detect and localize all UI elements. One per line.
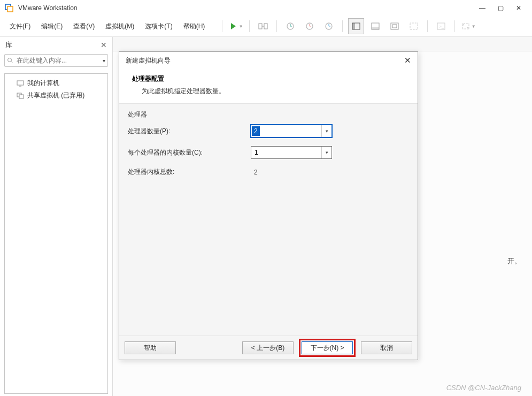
- titlebar: VMware Workstation — ▢ ✕: [0, 0, 532, 16]
- svg-rect-18: [372, 27, 379, 29]
- snapshot-button[interactable]: [255, 18, 271, 34]
- dropdown-icon: ▼: [239, 24, 243, 29]
- watermark: CSDN @CN-JackZhang: [446, 384, 521, 392]
- clock-icon-1[interactable]: [282, 18, 298, 34]
- total-cores-label: 处理器内核总数:: [128, 167, 251, 177]
- menubar: 文件(F) 编辑(E) 查看(V) 虚拟机(M) 选项卡(T) 帮助(H): [0, 19, 214, 33]
- svg-marker-2: [231, 23, 236, 29]
- clock-icon-2[interactable]: [302, 18, 318, 34]
- cores-per-processor-value: 1: [251, 149, 321, 156]
- tree-item-my-computer[interactable]: 我的计算机: [7, 77, 105, 89]
- dropdown-icon: ▼: [472, 24, 476, 29]
- chevron-down-icon: ▾: [321, 147, 331, 158]
- total-cores-row: 处理器内核总数: 2: [128, 167, 409, 177]
- svg-rect-3: [259, 24, 262, 29]
- sidebar-tree: 我的计算机 共享虚拟机 (已弃用): [4, 73, 108, 394]
- clock-icon-3[interactable]: [321, 18, 337, 34]
- svg-rect-30: [19, 95, 24, 98]
- minimize-button[interactable]: —: [473, 2, 491, 14]
- tree-item-shared-vms[interactable]: 共享虚拟机 (已弃用): [7, 89, 105, 102]
- svg-rect-19: [391, 23, 398, 29]
- group-title: 处理器: [128, 110, 409, 119]
- processor-count-value: 2: [252, 126, 260, 136]
- svg-rect-1: [7, 6, 13, 12]
- search-dropdown-icon[interactable]: ▾: [103, 58, 105, 64]
- console-button[interactable]: >_: [433, 18, 449, 34]
- dialog-body: 处理器 处理器数量(P): 2 ▾ 每个处理器的内核数量(C): 1 ▾: [119, 103, 418, 336]
- search-input[interactable]: [16, 55, 103, 66]
- next-button-highlight: 下一步(N) >: [299, 339, 356, 357]
- dialog-titlebar[interactable]: 新建虚拟机向导 ✕: [119, 52, 418, 69]
- svg-line-26: [11, 62, 13, 63]
- processor-count-select[interactable]: 2 ▾: [251, 125, 332, 138]
- new-vm-wizard-dialog: 新建虚拟机向导 ✕ 处理器配置 为此虚拟机指定处理器数量。 处理器 处理器数量(…: [119, 51, 418, 360]
- window-controls: — ▢ ✕: [473, 2, 528, 14]
- dialog-heading: 处理器配置: [132, 74, 405, 83]
- processor-count-label: 处理器数量(P):: [128, 127, 251, 136]
- dialog-header: 处理器配置 为此虚拟机指定处理器数量。: [119, 69, 418, 103]
- total-cores-value: 2: [251, 169, 258, 176]
- toolbar-separator: [454, 20, 455, 32]
- toolbar: ▼ >_ ▼: [214, 16, 532, 36]
- dialog-close-button[interactable]: ✕: [404, 56, 411, 65]
- dialog-title: 新建虚拟机向导: [126, 56, 171, 65]
- sidebar: 库 ✕ ▾ 我的计算机 共享虚拟机 (已弃用): [0, 37, 113, 396]
- stretch-button[interactable]: ▼: [460, 18, 476, 34]
- cores-per-processor-select[interactable]: 1 ▾: [251, 146, 332, 159]
- menu-file[interactable]: 文件(F): [4, 20, 36, 33]
- menu-view[interactable]: 查看(V): [68, 20, 100, 33]
- background-text-fragment: 开。: [507, 256, 521, 266]
- dialog-subheading: 为此虚拟机指定处理器数量。: [132, 87, 405, 96]
- menu-help[interactable]: 帮助(H): [178, 20, 211, 33]
- view-fullscreen-button[interactable]: [387, 18, 403, 34]
- toolbar-separator: [222, 20, 222, 32]
- svg-rect-16: [352, 23, 355, 29]
- processor-count-row: 处理器数量(P): 2 ▾: [128, 125, 409, 138]
- toolbar-separator: [249, 20, 250, 32]
- chevron-down-icon: ▾: [321, 125, 331, 137]
- svg-text:>_: >_: [439, 24, 444, 29]
- next-button[interactable]: 下一步(N) >: [302, 341, 353, 354]
- tree-item-label: 共享虚拟机 (已弃用): [27, 91, 84, 100]
- close-button[interactable]: ✕: [510, 2, 528, 14]
- app-title: VMware Workstation: [18, 4, 77, 12]
- toolbar-separator: [276, 20, 277, 32]
- sidebar-title: 库: [5, 40, 12, 50]
- menu-edit[interactable]: 编辑(E): [36, 20, 68, 33]
- shared-icon: [17, 92, 24, 100]
- view-unity-button[interactable]: [406, 18, 422, 34]
- processor-group: 处理器 处理器数量(P): 2 ▾ 每个处理器的内核数量(C): 1 ▾: [121, 106, 415, 187]
- monitor-icon: [17, 80, 24, 87]
- search-icon: [7, 57, 13, 64]
- cores-per-processor-label: 每个处理器的内核数量(C):: [128, 148, 251, 157]
- back-button[interactable]: < 上一步(B): [242, 341, 294, 354]
- app-icon: [4, 3, 14, 13]
- dialog-footer: 帮助 < 上一步(B) 下一步(N) > 取消: [119, 336, 418, 360]
- toolbar-separator: [342, 20, 343, 32]
- cores-per-processor-row: 每个处理器的内核数量(C): 1 ▾: [128, 146, 409, 159]
- svg-rect-21: [410, 23, 418, 29]
- sidebar-search[interactable]: ▾: [4, 54, 108, 67]
- svg-point-25: [8, 58, 12, 62]
- toolbar-separator: [427, 20, 428, 32]
- view-sidebar-button[interactable]: [348, 18, 364, 34]
- svg-rect-20: [392, 25, 397, 28]
- help-button[interactable]: 帮助: [125, 341, 176, 354]
- maximize-button[interactable]: ▢: [491, 2, 510, 14]
- tab-strip: [113, 37, 532, 51]
- menu-vm[interactable]: 虚拟机(M): [100, 20, 140, 33]
- cancel-button[interactable]: 取消: [361, 341, 412, 354]
- menu-tabs[interactable]: 选项卡(T): [140, 20, 178, 33]
- tree-item-label: 我的计算机: [27, 79, 59, 88]
- view-thumbnail-button[interactable]: [367, 18, 383, 34]
- sidebar-close-button[interactable]: ✕: [101, 41, 107, 49]
- svg-rect-4: [264, 24, 267, 29]
- power-on-button[interactable]: ▼: [228, 18, 244, 34]
- svg-rect-27: [17, 81, 24, 85]
